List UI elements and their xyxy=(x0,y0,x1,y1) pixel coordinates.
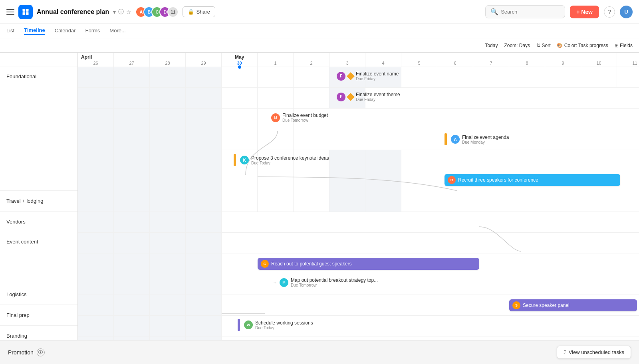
svg-rect-1 xyxy=(26,9,29,12)
date-3: 3 xyxy=(329,53,365,67)
today-button[interactable]: Today xyxy=(485,43,498,48)
grid-row-travel xyxy=(78,212,639,233)
app-icon xyxy=(18,5,33,19)
user-avatar[interactable]: U xyxy=(620,6,633,18)
grid-row-event1: G Reach out to potential guest speakers xyxy=(78,253,639,274)
hamburger-button[interactable] xyxy=(6,9,14,15)
grid-row-vendors xyxy=(78,233,639,253)
svg-rect-2 xyxy=(23,12,26,15)
grid-row-event2: → M Map out potential breakout strategy … xyxy=(78,274,639,295)
project-avatars: A B C D 11 xyxy=(135,6,179,18)
fields-button[interactable]: ⊞ Fields xyxy=(615,43,633,48)
unscheduled-icon: ⤴ xyxy=(564,349,566,355)
date-header: April May 26 27 28 29 30 1 2 3 4 5 6 7 8… xyxy=(78,53,639,67)
date-1: 1 xyxy=(258,53,294,67)
lock-icon: 🔒 xyxy=(188,9,194,15)
milestone-schedule-sessions[interactable]: W Schedule working sessions Due Today xyxy=(238,319,313,331)
date-8: 8 xyxy=(509,53,545,67)
search-icon: 🔍 xyxy=(490,8,498,16)
date-27: 27 xyxy=(114,53,150,67)
promotion-label: Promotion ⓘ xyxy=(8,348,45,356)
milestone-finalize-name[interactable]: F Finalize event name Due Friday xyxy=(337,71,399,81)
tab-list[interactable]: List xyxy=(6,28,14,34)
zoom-button[interactable]: Zoom: Days xyxy=(504,43,530,48)
date-4: 4 xyxy=(365,53,401,67)
group-final-prep: Final prep xyxy=(0,305,77,326)
help-button[interactable]: ? xyxy=(604,6,615,18)
milestone-finalize-theme[interactable]: F Finalize event theme Due Friday xyxy=(337,92,400,102)
avatar-count[interactable]: 11 xyxy=(167,6,179,18)
group-logistics: Logistics xyxy=(0,284,77,305)
milestone-finalize-agenda[interactable]: A Finalize event agenda Due Monday xyxy=(445,133,509,145)
share-button[interactable]: 🔒 Share xyxy=(183,6,215,17)
dropdown-icon[interactable]: ▾ xyxy=(113,9,116,15)
date-26: 26 xyxy=(78,53,114,67)
grid-row-5: K Propose 3 conference keynote ideas Due… xyxy=(78,150,639,212)
groups-sidebar: Foundational Travel + lodging Vendors Ev… xyxy=(0,53,78,350)
date-11: 11 xyxy=(617,53,639,67)
grid-row-3: B Finalize event budget Due Tomorrow xyxy=(78,109,639,129)
grid-row-2: F Finalize event theme Due Friday xyxy=(78,88,639,109)
svg-rect-0 xyxy=(23,9,26,12)
grid-row-event3: S Secure speaker panel xyxy=(78,295,639,316)
new-button[interactable]: + New xyxy=(570,6,599,18)
sort-button[interactable]: ⇅ Sort xyxy=(536,43,550,48)
timeline-grid: F Finalize event name Due Friday xyxy=(78,67,639,350)
star-icon[interactable]: ☆ xyxy=(126,9,131,15)
promotion-info-icon[interactable]: ⓘ xyxy=(37,348,45,356)
tab-forms[interactable]: Forms xyxy=(85,28,100,34)
milestone-map-out[interactable]: → M Map out potential breakout strategy … xyxy=(273,277,378,287)
tab-more[interactable]: More... xyxy=(109,28,125,34)
nav-right: 🔍 + New ? U xyxy=(485,5,633,18)
task-bar-reach-out[interactable]: G Reach out to potential guest speakers xyxy=(258,258,479,270)
grid-row-4: A Finalize event agenda Due Monday xyxy=(78,129,639,150)
color-button[interactable]: 🎨 Color: Task progress xyxy=(557,43,608,48)
milestone-propose-keynote[interactable]: K Propose 3 conference keynote ideas Due… xyxy=(234,154,329,166)
title-actions: ▾ ⓘ ☆ xyxy=(113,8,131,16)
timeline-controls: Today Zoom: Days ⇅ Sort 🎨 Color: Task pr… xyxy=(485,43,633,48)
project-title: Annual conference plan xyxy=(37,8,109,16)
timeline-area[interactable]: April May 26 27 28 29 30 1 2 3 4 5 6 7 8… xyxy=(78,53,639,350)
group-travel: Travel + lodging xyxy=(0,191,77,212)
tab-timeline[interactable]: Timeline xyxy=(24,27,45,35)
task-bar-secure-speaker[interactable]: S Secure speaker panel xyxy=(509,299,637,311)
search-input[interactable] xyxy=(501,9,560,15)
grid-row-1: F Finalize event name Due Friday xyxy=(78,67,639,88)
date-7: 7 xyxy=(473,53,509,67)
search-box[interactable]: 🔍 xyxy=(485,5,565,18)
grid-row-logistics: W Schedule working sessions Due Today xyxy=(78,316,639,336)
date-2: 2 xyxy=(294,53,329,67)
date-5: 5 xyxy=(401,53,437,67)
group-foundational: Foundational xyxy=(0,67,77,191)
group-event-content: Event content xyxy=(0,232,77,284)
bottom-bar: Promotion ⓘ ⤴ View unscheduled tasks xyxy=(0,340,639,364)
date-6: 6 xyxy=(437,53,473,67)
date-9: 9 xyxy=(545,53,581,67)
svg-rect-3 xyxy=(26,12,29,15)
date-29: 29 xyxy=(186,53,222,67)
milestone-finalize-budget[interactable]: B Finalize event budget Due Tomorrow xyxy=(265,113,328,123)
sub-nav: List Timeline Calendar Forms More... xyxy=(0,24,639,38)
info-icon[interactable]: ⓘ xyxy=(118,8,124,16)
main-container: Foundational Travel + lodging Vendors Ev… xyxy=(0,53,639,350)
group-vendors: Vendors xyxy=(0,212,77,232)
date-10: 10 xyxy=(581,53,617,67)
date-30: 30 xyxy=(222,53,258,67)
top-nav: Annual conference plan ▾ ⓘ ☆ A B C D 11 … xyxy=(0,0,639,24)
tab-calendar[interactable]: Calendar xyxy=(55,28,76,34)
unscheduled-tasks-button[interactable]: ⤴ View unscheduled tasks xyxy=(557,346,631,359)
date-28: 28 xyxy=(150,53,186,67)
timeline-header-bar: Today Zoom: Days ⇅ Sort 🎨 Color: Task pr… xyxy=(0,38,639,53)
nav-left: Annual conference plan ▾ ⓘ ☆ A B C D 11 … xyxy=(6,5,485,19)
task-bar-recruit-speakers[interactable]: R Recruit three speakers for conference xyxy=(445,174,620,186)
